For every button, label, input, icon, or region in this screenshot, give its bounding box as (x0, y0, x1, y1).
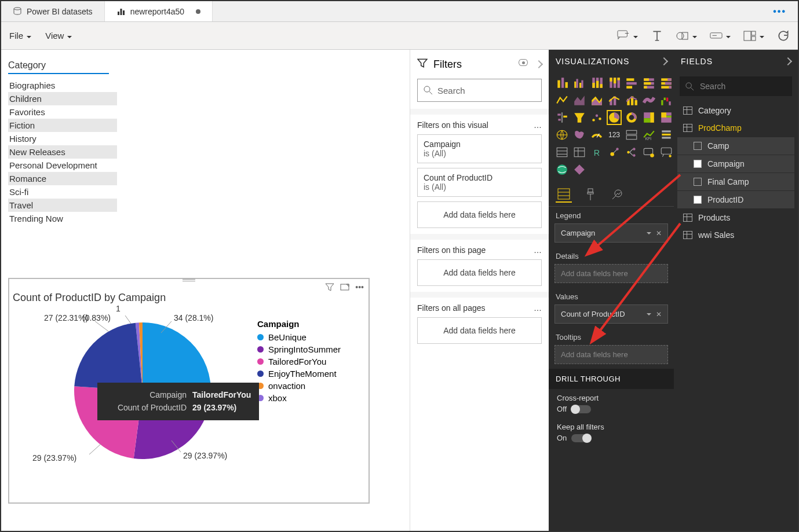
slicer-item[interactable]: Children (8, 92, 117, 105)
chevron-down-icon[interactable] (647, 310, 651, 318)
viz-type-icon[interactable] (624, 75, 639, 90)
refresh-button[interactable] (777, 30, 790, 42)
viz-type-icon[interactable] (607, 93, 622, 108)
filter-card[interactable]: Campaignis (All) (417, 134, 542, 163)
slicer-item[interactable]: History (8, 132, 117, 145)
more-icon[interactable]: … (534, 303, 542, 313)
legend-item[interactable]: EnjoyTheMoment (257, 369, 362, 379)
fields-search-input[interactable]: Search (680, 76, 792, 96)
viz-type-icon[interactable]: 123 (607, 127, 622, 142)
format-tab[interactable] (582, 186, 599, 203)
slicer-item[interactable]: Biographies (8, 79, 117, 92)
field-table[interactable]: Category (674, 102, 798, 119)
add-fields-dropzone[interactable]: Add data fields here (417, 317, 542, 344)
values-field-well[interactable]: Count of ProductID ✕ (554, 304, 668, 324)
drag-handle-icon[interactable] (180, 278, 198, 282)
viz-type-icon[interactable] (554, 162, 570, 177)
slicer-item[interactable]: New Releases (8, 145, 117, 159)
keep-filters-toggle[interactable]: On (557, 434, 591, 442)
viz-type-icon[interactable] (572, 127, 587, 142)
shapes-button[interactable] (676, 30, 697, 42)
viz-type-icon[interactable] (624, 127, 639, 142)
more-icon[interactable]: … (534, 245, 542, 255)
details-field-well[interactable]: Add data fields here (554, 264, 668, 283)
viz-type-icon[interactable] (659, 145, 674, 160)
visual-interactions-button[interactable] (743, 30, 764, 42)
viz-type-icon[interactable] (659, 93, 674, 108)
slicer-item[interactable]: Fiction (8, 119, 117, 132)
field-table[interactable]: ProdChamp (674, 119, 798, 137)
viz-type-icon[interactable] (572, 110, 587, 125)
tooltips-field-well[interactable]: Add data fields here (554, 345, 668, 364)
chevron-down-icon[interactable] (647, 229, 651, 237)
tab-report[interactable]: newreport4a50 (105, 1, 213, 21)
viz-type-icon[interactable] (607, 110, 622, 125)
ask-question-button[interactable] (617, 30, 638, 42)
add-fields-dropzone[interactable]: Add data fields here (417, 201, 542, 228)
viz-type-icon[interactable] (607, 145, 622, 160)
tab-datasets[interactable]: Power BI datasets (1, 1, 105, 21)
viz-type-icon[interactable] (554, 145, 570, 160)
slicer-item[interactable]: Personal Development (8, 159, 117, 172)
viz-type-icon[interactable] (554, 110, 570, 125)
checkbox-icon[interactable] (694, 160, 702, 168)
viz-type-icon[interactable] (641, 75, 656, 90)
eye-icon[interactable] (519, 59, 528, 66)
collapse-pane-icon[interactable] (785, 57, 791, 66)
remove-field-icon[interactable]: ✕ (656, 229, 662, 237)
remove-field-icon[interactable]: ✕ (656, 310, 662, 318)
viz-type-icon[interactable] (641, 93, 656, 108)
slicer-item[interactable]: Sci-fi (8, 185, 117, 199)
viz-type-icon[interactable] (589, 127, 604, 142)
analytics-tab[interactable] (609, 186, 625, 203)
viz-type-icon[interactable] (572, 145, 587, 160)
legend-item[interactable]: xbox (257, 393, 362, 403)
fields-tab[interactable] (556, 186, 572, 203)
legend-field-well[interactable]: Campaign ✕ (554, 223, 668, 243)
legend-item[interactable]: TailoredForYou (257, 357, 362, 366)
viz-type-icon[interactable] (641, 145, 656, 160)
slicer-item[interactable]: Romance (8, 172, 117, 185)
viz-type-icon[interactable] (607, 75, 622, 90)
more-tabs-button[interactable]: ••• (773, 6, 786, 17)
viz-type-icon[interactable] (589, 75, 604, 90)
viz-type-icon[interactable] (659, 127, 674, 142)
legend-item[interactable]: onvaction (257, 381, 362, 391)
viz-type-icon[interactable]: R (589, 145, 604, 160)
viz-type-icon[interactable] (589, 110, 604, 125)
buttons-button[interactable] (710, 30, 731, 42)
text-box-button[interactable] (651, 30, 663, 42)
viz-type-icon[interactable] (641, 110, 656, 125)
viz-type-icon[interactable] (554, 93, 570, 108)
checkbox-icon[interactable] (694, 178, 702, 186)
viz-type-icon[interactable] (624, 110, 639, 125)
viz-type-icon[interactable] (659, 110, 674, 125)
viz-type-icon[interactable]: KPI (641, 127, 656, 142)
category-slicer[interactable]: Category BiographiesChildrenFavoritesFic… (8, 60, 117, 225)
collapse-pane-icon[interactable] (661, 57, 667, 66)
slicer-item[interactable]: Favorites (8, 105, 117, 119)
filters-search-input[interactable]: Search (417, 79, 542, 102)
cross-report-toggle[interactable]: Off (557, 405, 591, 413)
pie-chart-visual[interactable]: ••• Count of ProductID by Campaign 1 (0.… (8, 278, 370, 504)
file-menu[interactable]: File (9, 31, 31, 41)
collapse-pane-icon[interactable] (536, 59, 542, 69)
filter-card[interactable]: Count of ProductIDis (All) (417, 168, 542, 197)
field-table[interactable]: wwi Sales (674, 226, 798, 244)
viz-type-icon[interactable] (554, 75, 570, 90)
slicer-item[interactable]: Travel (8, 199, 117, 212)
checkbox-icon[interactable] (694, 142, 702, 150)
viz-type-icon[interactable] (624, 93, 639, 108)
legend-item[interactable]: SpringIntoSummer (257, 344, 362, 354)
viz-type-icon[interactable] (572, 93, 587, 108)
more-icon[interactable]: … (534, 120, 542, 130)
field-column[interactable]: Camp (677, 137, 794, 155)
field-column[interactable]: Campaign (677, 155, 794, 173)
viz-type-icon[interactable] (554, 127, 570, 142)
slicer-item[interactable]: Trending Now (8, 212, 117, 225)
filter-icon[interactable] (325, 282, 334, 293)
viz-type-icon[interactable] (659, 75, 674, 90)
focus-mode-icon[interactable] (340, 282, 349, 293)
viz-type-icon[interactable] (572, 75, 587, 90)
view-menu[interactable]: View (45, 31, 72, 41)
